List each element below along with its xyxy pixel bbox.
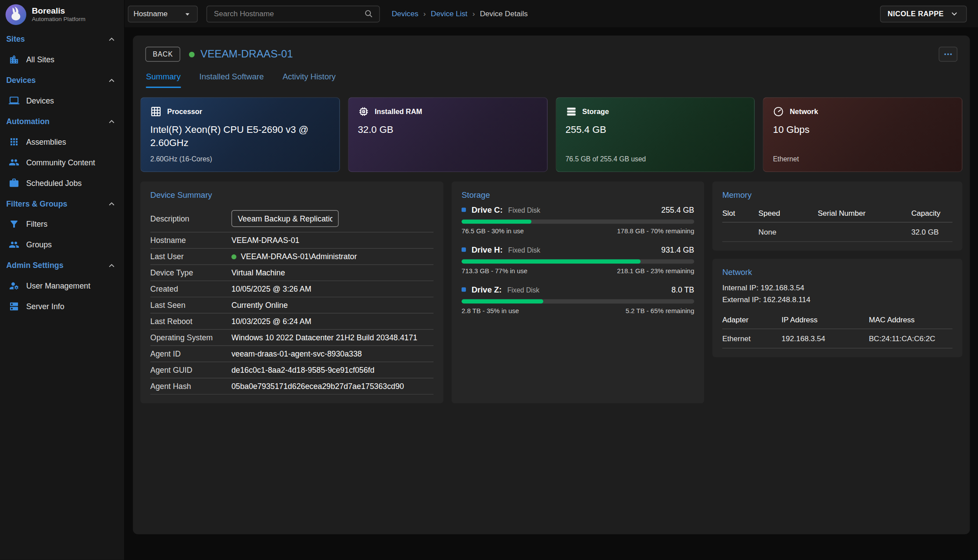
panel-title: Device Summary bbox=[150, 190, 433, 200]
column-header: Adapter bbox=[722, 312, 781, 329]
sidebar: Borealis Automation Platform Sites All S… bbox=[0, 0, 125, 560]
sidebar-item-assemblies[interactable]: Assemblies bbox=[0, 132, 124, 152]
field-value: 10/05/2025 @ 3:26 AM bbox=[231, 285, 311, 293]
card-value: Intel(R) Xeon(R) CPU E5-2690 v3 @ 2.60GH… bbox=[150, 123, 330, 149]
section-label: Automation bbox=[6, 117, 50, 126]
column-header: IP Address bbox=[781, 312, 869, 329]
card-value: 10 Gbps bbox=[773, 123, 953, 136]
more-actions-button[interactable] bbox=[939, 47, 957, 62]
device-title: VEEAM-DRAAS-01 bbox=[201, 48, 293, 60]
buildings-icon bbox=[9, 54, 19, 65]
chevron-up-icon bbox=[107, 117, 117, 127]
column-header: Slot bbox=[722, 205, 758, 223]
drive-usage-bar bbox=[462, 219, 694, 224]
card-footer: 76.5 GB of 255.4 GB used bbox=[566, 155, 745, 163]
memory-chip-icon bbox=[358, 106, 369, 118]
breadcrumb-device-list[interactable]: Device List bbox=[431, 9, 467, 18]
sidebar-item-all-sites[interactable]: All Sites bbox=[0, 49, 124, 70]
topbar: Hostname Devices › Device List › Device … bbox=[125, 0, 978, 28]
breadcrumb-separator: › bbox=[473, 9, 475, 18]
internal-ip: Internal IP: 192.168.3.54 bbox=[722, 282, 953, 294]
sidebar-section-admin-settings[interactable]: Admin Settings bbox=[0, 255, 124, 275]
tab-activity-history[interactable]: Activity History bbox=[283, 71, 336, 88]
sidebar-item-label: Assemblies bbox=[26, 137, 66, 146]
drive-bullet-icon bbox=[462, 207, 466, 212]
search-icon[interactable] bbox=[364, 9, 374, 19]
drive-type: Fixed Disk bbox=[508, 206, 540, 214]
field-label: Agent GUID bbox=[150, 366, 232, 375]
breadcrumb-devices[interactable]: Devices bbox=[392, 9, 419, 18]
user-menu-button[interactable]: NICOLE RAPPE bbox=[880, 5, 967, 22]
sidebar-item-label: Devices bbox=[26, 96, 54, 105]
device-type-row: Device Type Virtual Machine bbox=[150, 265, 433, 281]
drive-used-text: 2.8 TB - 35% in use bbox=[462, 307, 519, 314]
field-value: Virtual Machine bbox=[231, 268, 285, 277]
chevron-up-icon bbox=[107, 34, 117, 44]
memory-panel: Memory Slot Speed Serial Number Capacity… bbox=[712, 182, 962, 251]
sidebar-item-scheduled-jobs[interactable]: Scheduled Jobs bbox=[0, 173, 124, 193]
sidebar-section-sites[interactable]: Sites bbox=[0, 29, 124, 49]
online-status-dot bbox=[231, 254, 236, 259]
adapter-name: Ethernet bbox=[722, 329, 781, 349]
sidebar-item-user-management[interactable]: User Management bbox=[0, 275, 124, 296]
sidebar-section-automation[interactable]: Automation bbox=[0, 111, 124, 132]
section-label: Admin Settings bbox=[6, 261, 63, 270]
drive-remaining-text: 178.8 GB - 70% remaining bbox=[617, 227, 694, 234]
last-reboot-row: Last Reboot 10/03/2025 @ 6:24 AM bbox=[150, 314, 433, 330]
tab-installed-software[interactable]: Installed Software bbox=[199, 71, 264, 88]
sidebar-item-server-info[interactable]: Server Info bbox=[0, 296, 124, 317]
field-value: VEEAM-DRAAS-01 bbox=[231, 236, 299, 245]
sidebar-item-label: User Management bbox=[26, 282, 90, 290]
device-header: BACK VEEAM-DRAAS-01 bbox=[140, 47, 963, 62]
search-input[interactable] bbox=[213, 9, 364, 19]
user-gear-icon bbox=[9, 281, 19, 291]
people-icon bbox=[9, 157, 19, 168]
drive-bullet-icon bbox=[462, 287, 466, 292]
drive-usage-bar bbox=[462, 299, 694, 303]
field-value: 05ba0e7935171d626ecea29b27d7ae175363cd90 bbox=[231, 382, 404, 391]
sidebar-section-devices[interactable]: Devices bbox=[0, 70, 124, 90]
sidebar-item-label: All Sites bbox=[26, 55, 54, 64]
chevron-down-icon bbox=[949, 9, 960, 19]
field-label: Last Reboot bbox=[150, 317, 232, 326]
main-content: BACK VEEAM-DRAAS-01 Summary Installed So… bbox=[125, 28, 978, 560]
card-label: Storage bbox=[582, 108, 609, 115]
storage-card: Storage 255.4 GB 76.5 GB of 255.4 GB use… bbox=[555, 97, 755, 172]
right-column: Memory Slot Speed Serial Number Capacity… bbox=[712, 182, 962, 357]
app-root: Borealis Automation Platform Sites All S… bbox=[0, 0, 978, 560]
people-icon bbox=[9, 239, 19, 250]
device-title-group: VEEAM-DRAAS-01 bbox=[189, 48, 293, 60]
server-icon bbox=[9, 301, 19, 312]
field-label: Last User bbox=[150, 252, 232, 261]
operating-system-row: Operating System Windows 10 2022 Datacen… bbox=[150, 330, 433, 346]
tab-summary[interactable]: Summary bbox=[146, 71, 181, 88]
agent-id-row: Agent ID veeam-draas-01-agent-svc-8930a3… bbox=[150, 346, 433, 362]
field-label: Hostname bbox=[150, 236, 232, 245]
hostname-filter-select[interactable]: Hostname bbox=[128, 5, 197, 22]
created-row: Created 10/05/2025 @ 3:26 AM bbox=[150, 281, 433, 297]
sidebar-item-devices[interactable]: Devices bbox=[0, 90, 124, 111]
panel-title: Storage bbox=[462, 190, 694, 200]
field-value: de16c0c1-8aa2-4d18-9585-9ce91cf056fd bbox=[231, 366, 374, 375]
sidebar-item-filters[interactable]: Filters bbox=[0, 214, 124, 235]
breadcrumb-separator: › bbox=[423, 9, 426, 18]
description-input[interactable] bbox=[231, 210, 339, 227]
panel-title: Memory bbox=[722, 190, 953, 200]
cpu-grid-icon bbox=[150, 106, 162, 118]
processor-card: Processor Intel(R) Xeon(R) CPU E5-2690 v… bbox=[140, 97, 340, 172]
description-row: Description bbox=[150, 205, 433, 233]
sidebar-item-groups[interactable]: Groups bbox=[0, 235, 124, 255]
back-button[interactable]: BACK bbox=[145, 47, 180, 62]
card-footer: Ethernet bbox=[773, 155, 953, 163]
user-name: NICOLE RAPPE bbox=[888, 10, 944, 18]
column-header: Serial Number bbox=[818, 205, 911, 223]
logo-home-link[interactable]: Borealis Automation Platform bbox=[0, 0, 124, 29]
sidebar-section-filters-groups[interactable]: Filters & Groups bbox=[0, 193, 124, 214]
card-label: Processor bbox=[167, 108, 202, 115]
sidebar-item-community-content[interactable]: Community Content bbox=[0, 152, 124, 173]
sidebar-item-label: Community Content bbox=[26, 158, 95, 167]
section-label: Devices bbox=[6, 76, 36, 85]
memory-serial bbox=[818, 222, 911, 242]
borealis-logo bbox=[5, 4, 27, 25]
field-label: Operating System bbox=[150, 333, 232, 342]
